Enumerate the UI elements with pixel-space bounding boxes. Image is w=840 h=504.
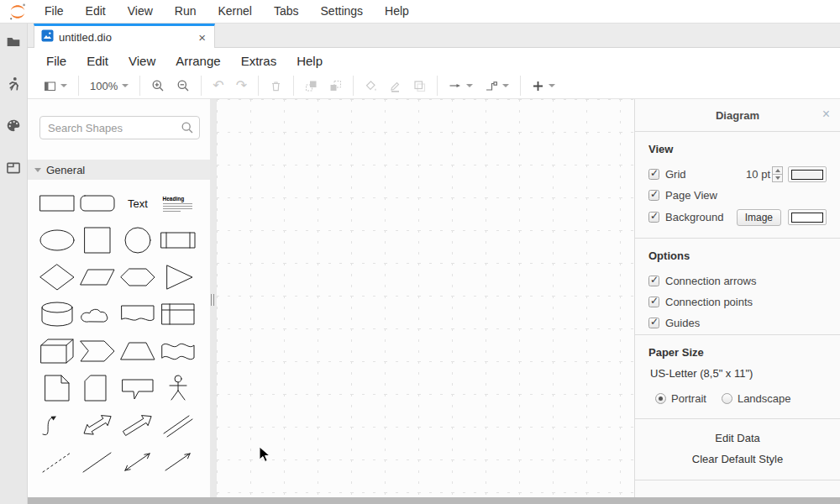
- shape-circle[interactable]: [118, 222, 158, 259]
- shape-rounded-rectangle[interactable]: [77, 185, 118, 222]
- shape-actor[interactable]: [158, 370, 198, 407]
- shape-ellipse[interactable]: [37, 222, 77, 259]
- diagram-canvas[interactable]: [217, 99, 634, 497]
- stepper-down-icon[interactable]: [773, 175, 782, 181]
- tab-close-icon[interactable]: ×: [197, 31, 207, 44]
- zoom-level-value: 100%: [90, 80, 118, 92]
- shape-curve[interactable]: [37, 407, 77, 444]
- shape-cloud[interactable]: [77, 296, 118, 333]
- shape-diamond[interactable]: [37, 259, 77, 296]
- guides-row: Guides: [648, 312, 827, 333]
- line-color-button[interactable]: [383, 76, 407, 96]
- section-general[interactable]: General: [28, 160, 210, 180]
- grid-color-button[interactable]: [788, 166, 827, 182]
- palette-icon[interactable]: [5, 118, 22, 134]
- to-front-button[interactable]: [299, 76, 323, 96]
- stepper-up-icon[interactable]: [773, 167, 782, 175]
- format-panel-title: Diagram: [716, 109, 759, 122]
- connection-style-dropdown[interactable]: [443, 76, 479, 96]
- shape-textbox[interactable]: Heading: [158, 185, 198, 222]
- fill-color-button[interactable]: [359, 76, 383, 96]
- shape-line[interactable]: [77, 444, 118, 480]
- menu-view[interactable]: View: [117, 0, 164, 23]
- menu-settings[interactable]: Settings: [310, 0, 375, 23]
- paper-size-value[interactable]: US-Letter (8,5" x 11"): [650, 367, 827, 380]
- portrait-radio[interactable]: [655, 393, 666, 404]
- shape-tape[interactable]: [158, 333, 198, 370]
- portrait-label: Portrait: [671, 392, 706, 405]
- drawio-menu-extras[interactable]: Extras: [231, 54, 287, 68]
- search-icon[interactable]: [181, 121, 194, 138]
- to-back-button[interactable]: [323, 76, 348, 96]
- clear-default-style-link[interactable]: Clear Default Style: [635, 449, 840, 470]
- zoom-out-button[interactable]: [171, 76, 196, 96]
- shape-document[interactable]: [118, 296, 158, 333]
- zoom-in-button[interactable]: [145, 76, 171, 96]
- menu-tabs[interactable]: Tabs: [263, 0, 310, 23]
- connection-arrows-label: Connection arrows: [665, 275, 756, 287]
- menu-help[interactable]: Help: [374, 0, 420, 23]
- orientation-row: Portrait Landscape: [655, 388, 827, 408]
- grid-row: Grid 10 pt: [648, 164, 827, 185]
- tab-untitled-dio[interactable]: untitled.dio ×: [34, 24, 215, 48]
- shape-callout[interactable]: [118, 370, 158, 407]
- shape-cylinder[interactable]: [37, 296, 77, 333]
- shape-search-input[interactable]: [39, 116, 200, 139]
- menu-run[interactable]: Run: [164, 0, 207, 23]
- resize-handle-icon: [211, 294, 214, 306]
- shape-link[interactable]: [158, 407, 198, 444]
- guides-checkbox[interactable]: [648, 318, 659, 328]
- drawio-menu-arrange[interactable]: Arrange: [165, 54, 230, 68]
- shape-internal-storage[interactable]: [158, 296, 198, 333]
- file-browser-icon[interactable]: [5, 34, 22, 50]
- shape-directional-connector[interactable]: [158, 444, 198, 480]
- shape-parallelogram[interactable]: [77, 259, 118, 296]
- shape-bidirectional-arrow[interactable]: [77, 407, 118, 444]
- drawio-menu-help[interactable]: Help: [286, 54, 333, 68]
- shape-rectangle[interactable]: [37, 185, 77, 222]
- background-image-button[interactable]: Image: [737, 209, 781, 226]
- shape-square[interactable]: [77, 222, 118, 259]
- menu-file[interactable]: File: [34, 0, 75, 23]
- connection-points-checkbox[interactable]: [648, 297, 659, 307]
- chevron-down-icon: [60, 84, 67, 87]
- page-view-checkbox[interactable]: [648, 190, 659, 201]
- view-panels-button[interactable]: [38, 76, 73, 96]
- panel-resize-gutter[interactable]: [210, 99, 217, 497]
- shape-cube[interactable]: [37, 333, 77, 370]
- waypoint-style-dropdown[interactable]: [479, 76, 515, 96]
- grid-checkbox[interactable]: [648, 169, 659, 180]
- shape-trapezoid[interactable]: [118, 333, 158, 370]
- open-tabs-icon[interactable]: [5, 160, 22, 176]
- shape-text[interactable]: Text: [118, 185, 158, 222]
- shape-card[interactable]: [77, 370, 118, 407]
- zoom-level-dropdown[interactable]: 100%: [84, 76, 134, 96]
- drawio-menu-file[interactable]: File: [36, 54, 76, 68]
- redo-button[interactable]: ↷: [230, 76, 253, 96]
- grid-size-stepper[interactable]: [772, 166, 783, 182]
- shape-process[interactable]: [158, 222, 198, 259]
- background-color-button[interactable]: [788, 209, 827, 225]
- shape-dashed-line[interactable]: [37, 444, 77, 480]
- shadow-button[interactable]: [407, 76, 432, 96]
- shape-hexagon[interactable]: [118, 259, 158, 296]
- shape-step[interactable]: [77, 333, 118, 370]
- undo-button[interactable]: ↶: [207, 76, 229, 96]
- menu-kernel[interactable]: Kernel: [207, 0, 262, 23]
- landscape-radio[interactable]: [722, 393, 732, 404]
- drawio-editor: File Edit View Arrange Extras Help 100%: [28, 48, 840, 497]
- drawio-menu-view[interactable]: View: [118, 54, 165, 68]
- insert-dropdown[interactable]: [526, 76, 561, 96]
- running-sessions-icon[interactable]: [5, 76, 22, 92]
- shape-triangle[interactable]: [158, 259, 198, 296]
- shape-note[interactable]: [37, 370, 77, 407]
- connection-arrows-checkbox[interactable]: [648, 276, 659, 286]
- format-panel-close-icon[interactable]: ×: [822, 108, 830, 121]
- delete-button[interactable]: [264, 76, 288, 96]
- edit-data-link[interactable]: Edit Data: [635, 428, 840, 449]
- shape-bidirectional-connector[interactable]: [118, 444, 158, 480]
- shape-arrow[interactable]: [118, 407, 158, 444]
- background-checkbox[interactable]: [648, 212, 659, 223]
- menu-edit[interactable]: Edit: [75, 0, 117, 23]
- drawio-menu-edit[interactable]: Edit: [76, 54, 118, 68]
